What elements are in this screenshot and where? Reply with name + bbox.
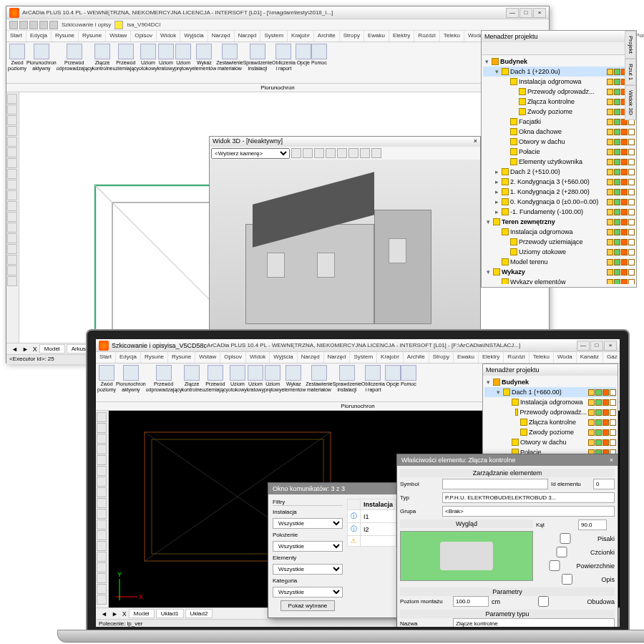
- tree-row[interactable]: Facjatki: [483, 117, 635, 127]
- lock-icon[interactable]: [614, 259, 620, 265]
- lock-icon[interactable]: [595, 419, 602, 426]
- tool-button[interactable]: [97, 498, 107, 508]
- print-icon[interactable]: [621, 269, 628, 275]
- expand-icon[interactable]: ▾: [493, 68, 500, 75]
- vertical-tab[interactable]: Rzut 1: [625, 59, 636, 85]
- color-icon[interactable]: [610, 389, 616, 396]
- tool-button[interactable]: [97, 562, 107, 572]
- tree-row[interactable]: Zwody poziome: [483, 107, 635, 117]
- tool-button[interactable]: [7, 223, 17, 233]
- ribbon-button[interactable]: Złączekontrolne: [182, 365, 203, 400]
- print-icon[interactable]: [621, 239, 628, 245]
- menu-item[interactable]: Narzęd: [235, 31, 261, 42]
- qat-icon[interactable]: [9, 21, 18, 29]
- tool-button[interactable]: [97, 541, 107, 551]
- project-tree[interactable]: ▾ Budynek ▾Dach 1 (+220.0u)Instalacja od…: [482, 55, 636, 284]
- color-icon[interactable]: [628, 219, 635, 225]
- bulb-icon[interactable]: [607, 179, 613, 185]
- tool-button[interactable]: [97, 412, 107, 422]
- qat-icon[interactable]: [29, 21, 38, 29]
- menu-item[interactable]: Kanaliz: [577, 352, 603, 363]
- lightbulb-icon[interactable]: [114, 21, 123, 29]
- lock-icon[interactable]: [614, 89, 620, 95]
- tool-button[interactable]: [97, 487, 107, 497]
- v3d-tool-icon[interactable]: [337, 148, 347, 158]
- ribbon-button[interactable]: Obliczeniai raport: [272, 44, 296, 82]
- ribbon-button[interactable]: Przewóduziemiający: [203, 365, 229, 400]
- surfaces-checkbox[interactable]: [536, 560, 573, 571]
- sheet-tab[interactable]: Układ2: [185, 609, 213, 618]
- camera-select[interactable]: <Wybierz kamerę>: [211, 148, 290, 159]
- lock-icon[interactable]: [614, 79, 620, 85]
- ribbon-button[interactable]: Uziomotokowy: [228, 365, 247, 400]
- lock-icon[interactable]: [614, 199, 620, 205]
- print-icon[interactable]: [602, 409, 609, 416]
- tree-row[interactable]: ▾Dach 1 (+660.00): [484, 387, 616, 397]
- bulb-icon[interactable]: [607, 239, 613, 245]
- expand-icon[interactable]: ▸: [493, 188, 500, 195]
- close-button[interactable]: ×: [604, 341, 617, 351]
- menu-item[interactable]: Rysune: [168, 352, 195, 363]
- lock-icon[interactable]: [614, 249, 620, 255]
- tree-row[interactable]: Uziomy otokowe: [483, 247, 635, 257]
- lock-icon[interactable]: [614, 279, 620, 285]
- print-icon[interactable]: [621, 129, 628, 135]
- tool-button[interactable]: [7, 233, 17, 243]
- ribbon-button[interactable]: Opcje: [385, 365, 401, 400]
- ribbon-button[interactable]: Piorunochronaktywny: [26, 44, 57, 82]
- color-icon[interactable]: [628, 199, 635, 205]
- color-icon[interactable]: [610, 429, 616, 436]
- lock-icon[interactable]: [614, 159, 620, 165]
- tree-row[interactable]: Instalacja odgromowa: [483, 227, 635, 237]
- tree-row[interactable]: ▾ Budynek: [483, 57, 635, 67]
- tab-nav-button[interactable]: ◄: [99, 610, 109, 618]
- tool-button[interactable]: [7, 265, 17, 275]
- ribbon-button[interactable]: Uziomkratowy: [247, 365, 264, 400]
- menu-item[interactable]: Start: [6, 31, 26, 42]
- vertical-tab[interactable]: Widok 3D: [625, 85, 636, 120]
- print-icon[interactable]: [621, 159, 628, 165]
- tree-row[interactable]: Przewody odprowadz...: [484, 407, 616, 417]
- tool-button[interactable]: [7, 104, 17, 114]
- print-icon[interactable]: [621, 229, 628, 235]
- sheet-tab[interactable]: Układ1: [156, 609, 184, 618]
- print-icon[interactable]: [602, 439, 609, 446]
- ribbon-button[interactable]: Zwódpoziomy: [8, 44, 26, 82]
- bulb-icon[interactable]: [607, 259, 613, 265]
- tree-row[interactable]: ▸2. Kondygnacja 3 (+560.00): [483, 177, 635, 187]
- color-icon[interactable]: [628, 179, 635, 185]
- tool-button[interactable]: [7, 94, 17, 104]
- ribbon-button[interactable]: Sprawdzenieinstalacji: [243, 44, 272, 82]
- lock-icon[interactable]: [614, 269, 620, 275]
- menu-item[interactable]: Elektry: [389, 31, 414, 42]
- tool-button[interactable]: [97, 434, 107, 444]
- lock-icon[interactable]: [614, 169, 620, 175]
- ribbon-button[interactable]: Pomoc: [401, 365, 416, 400]
- lock-icon[interactable]: [595, 429, 602, 436]
- color-icon[interactable]: [628, 139, 635, 145]
- tree-row[interactable]: ▸1. Kondygnacja 2 (+280.00): [483, 187, 635, 197]
- tool-button[interactable]: [7, 169, 17, 179]
- maximize-button[interactable]: □: [590, 341, 603, 351]
- menu-item[interactable]: Edycja: [116, 352, 141, 363]
- expand-icon[interactable]: ▾: [484, 218, 492, 225]
- tool-button[interactable]: [7, 201, 17, 211]
- menu-item[interactable]: Rysune: [141, 352, 168, 363]
- tree-row[interactable]: Elementy użytkownika: [483, 157, 635, 167]
- ribbon-button[interactable]: Złączekontrolne: [92, 44, 113, 82]
- tool-button[interactable]: [97, 584, 107, 594]
- bulb-icon[interactable]: [607, 129, 613, 135]
- ribbon-button[interactable]: Sprawdzenieinstalacji: [333, 365, 361, 400]
- ribbon-button[interactable]: Obliczeniai raport: [361, 365, 385, 400]
- color-icon[interactable]: [610, 409, 616, 416]
- v3d-tool-icon[interactable]: [314, 148, 324, 158]
- print-icon[interactable]: [621, 149, 628, 155]
- color-icon[interactable]: [628, 259, 635, 265]
- tool-button[interactable]: [7, 147, 17, 157]
- lock-icon[interactable]: [614, 149, 620, 155]
- color-icon[interactable]: [628, 169, 635, 175]
- group-input[interactable]: [442, 506, 615, 517]
- bulb-icon[interactable]: [607, 269, 613, 275]
- print-icon[interactable]: [621, 139, 628, 145]
- color-icon[interactable]: [628, 159, 635, 165]
